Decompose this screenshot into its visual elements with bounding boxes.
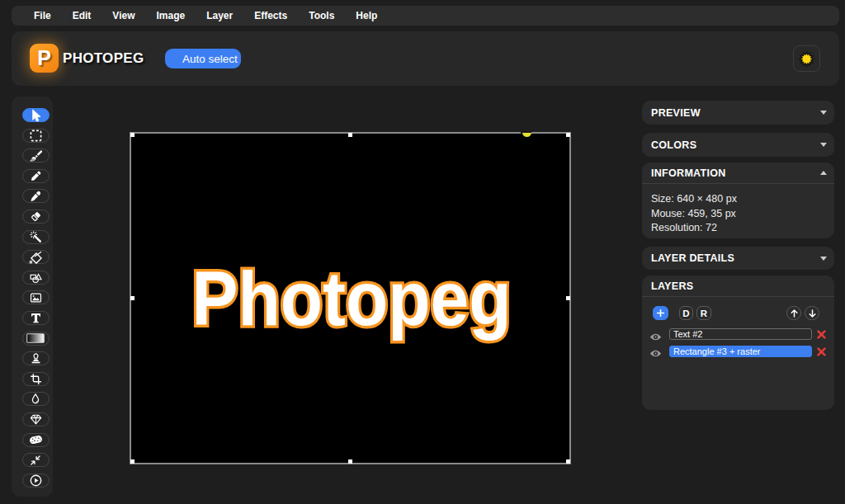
svg-text:Photopeg: Photopeg — [192, 256, 512, 341]
